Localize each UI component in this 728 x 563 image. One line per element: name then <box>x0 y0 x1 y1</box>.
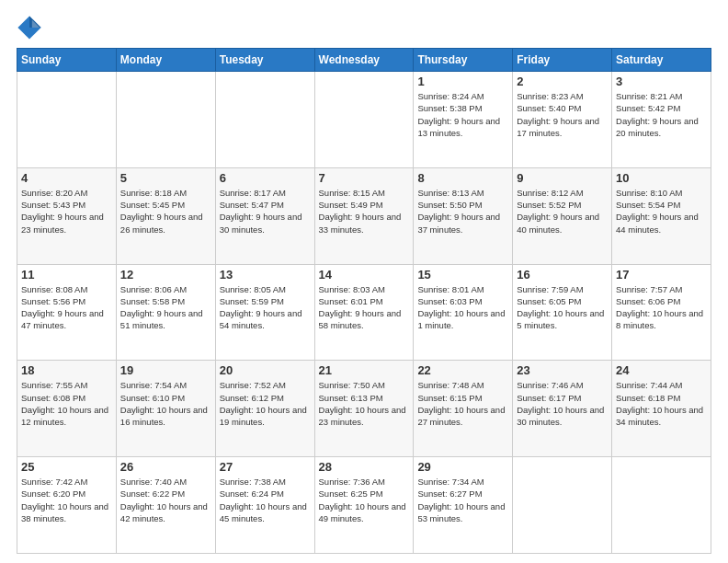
day-info: Sunrise: 8:23 AM Sunset: 5:40 PM Dayligh… <box>517 90 608 139</box>
day-number: 5 <box>120 171 211 185</box>
day-info: Sunrise: 7:48 AM Sunset: 6:15 PM Dayligh… <box>417 379 508 428</box>
calendar-header-tuesday: Tuesday <box>215 49 314 72</box>
calendar-header-thursday: Thursday <box>414 49 513 72</box>
day-number: 28 <box>319 460 410 474</box>
calendar-header-wednesday: Wednesday <box>314 49 414 72</box>
day-number: 22 <box>417 363 508 377</box>
header <box>17 15 711 40</box>
calendar-week-row: 1Sunrise: 8:24 AM Sunset: 5:38 PM Daylig… <box>17 72 711 168</box>
calendar-cell: 13Sunrise: 8:05 AM Sunset: 5:59 PM Dayli… <box>215 264 314 361</box>
day-number: 17 <box>616 268 707 282</box>
calendar-cell: 7Sunrise: 8:15 AM Sunset: 5:49 PM Daylig… <box>314 167 414 264</box>
calendar-cell: 28Sunrise: 7:36 AM Sunset: 6:25 PM Dayli… <box>314 457 414 554</box>
day-info: Sunrise: 7:59 AM Sunset: 6:05 PM Dayligh… <box>517 283 608 332</box>
calendar-cell <box>116 72 215 168</box>
calendar-header-saturday: Saturday <box>612 49 711 72</box>
calendar-cell: 20Sunrise: 7:52 AM Sunset: 6:12 PM Dayli… <box>215 361 314 457</box>
logo-icon <box>17 15 42 40</box>
calendar-cell: 1Sunrise: 8:24 AM Sunset: 5:38 PM Daylig… <box>414 72 513 168</box>
calendar-cell: 5Sunrise: 8:18 AM Sunset: 5:45 PM Daylig… <box>116 167 215 264</box>
day-info: Sunrise: 7:44 AM Sunset: 6:18 PM Dayligh… <box>616 379 707 428</box>
day-number: 27 <box>220 460 311 474</box>
calendar-table: SundayMondayTuesdayWednesdayThursdayFrid… <box>17 48 711 554</box>
day-info: Sunrise: 8:18 AM Sunset: 5:45 PM Dayligh… <box>120 187 211 236</box>
day-info: Sunrise: 7:55 AM Sunset: 6:08 PM Dayligh… <box>21 379 112 428</box>
day-number: 20 <box>220 363 311 377</box>
day-number: 10 <box>616 171 707 185</box>
day-info: Sunrise: 8:17 AM Sunset: 5:47 PM Dayligh… <box>220 187 311 236</box>
day-number: 25 <box>21 460 112 474</box>
day-number: 15 <box>417 268 508 282</box>
calendar-cell: 10Sunrise: 8:10 AM Sunset: 5:54 PM Dayli… <box>612 167 711 264</box>
day-number: 26 <box>120 460 211 474</box>
calendar-cell: 19Sunrise: 7:54 AM Sunset: 6:10 PM Dayli… <box>116 361 215 457</box>
day-number: 8 <box>417 171 508 185</box>
calendar-cell: 11Sunrise: 8:08 AM Sunset: 5:56 PM Dayli… <box>17 264 117 361</box>
calendar-cell: 14Sunrise: 8:03 AM Sunset: 6:01 PM Dayli… <box>314 264 414 361</box>
day-info: Sunrise: 8:08 AM Sunset: 5:56 PM Dayligh… <box>21 283 112 332</box>
day-info: Sunrise: 8:13 AM Sunset: 5:50 PM Dayligh… <box>417 187 508 236</box>
day-info: Sunrise: 7:57 AM Sunset: 6:06 PM Dayligh… <box>616 283 707 332</box>
calendar-cell: 18Sunrise: 7:55 AM Sunset: 6:08 PM Dayli… <box>17 361 117 457</box>
calendar-week-row: 11Sunrise: 8:08 AM Sunset: 5:56 PM Dayli… <box>17 264 711 361</box>
calendar-cell: 29Sunrise: 7:34 AM Sunset: 6:27 PM Dayli… <box>414 457 513 554</box>
day-number: 7 <box>319 171 410 185</box>
calendar-cell: 25Sunrise: 7:42 AM Sunset: 6:20 PM Dayli… <box>17 457 117 554</box>
day-number: 12 <box>120 268 211 282</box>
calendar-cell: 15Sunrise: 8:01 AM Sunset: 6:03 PM Dayli… <box>414 264 513 361</box>
calendar-cell: 21Sunrise: 7:50 AM Sunset: 6:13 PM Dayli… <box>314 361 414 457</box>
day-info: Sunrise: 8:15 AM Sunset: 5:49 PM Dayligh… <box>319 187 410 236</box>
day-number: 21 <box>319 363 410 377</box>
day-info: Sunrise: 7:42 AM Sunset: 6:20 PM Dayligh… <box>21 476 112 524</box>
day-info: Sunrise: 7:34 AM Sunset: 6:27 PM Dayligh… <box>417 476 508 524</box>
calendar-cell: 26Sunrise: 7:40 AM Sunset: 6:22 PM Dayli… <box>116 457 215 554</box>
calendar-week-row: 4Sunrise: 8:20 AM Sunset: 5:43 PM Daylig… <box>17 167 711 264</box>
day-number: 3 <box>616 75 707 88</box>
calendar-cell: 4Sunrise: 8:20 AM Sunset: 5:43 PM Daylig… <box>17 167 117 264</box>
day-info: Sunrise: 8:10 AM Sunset: 5:54 PM Dayligh… <box>616 187 707 236</box>
calendar-header-monday: Monday <box>116 49 215 72</box>
day-info: Sunrise: 7:50 AM Sunset: 6:13 PM Dayligh… <box>319 379 410 428</box>
day-number: 29 <box>417 460 508 474</box>
calendar-cell <box>513 457 612 554</box>
calendar-cell: 12Sunrise: 8:06 AM Sunset: 5:58 PM Dayli… <box>116 264 215 361</box>
page: SundayMondayTuesdayWednesdayThursdayFrid… <box>0 0 728 563</box>
calendar-cell: 22Sunrise: 7:48 AM Sunset: 6:15 PM Dayli… <box>414 361 513 457</box>
day-info: Sunrise: 7:40 AM Sunset: 6:22 PM Dayligh… <box>120 476 211 524</box>
calendar-cell <box>314 72 414 168</box>
calendar-cell: 24Sunrise: 7:44 AM Sunset: 6:18 PM Dayli… <box>612 361 711 457</box>
day-number: 2 <box>517 75 608 88</box>
day-info: Sunrise: 8:06 AM Sunset: 5:58 PM Dayligh… <box>120 283 211 332</box>
day-info: Sunrise: 8:05 AM Sunset: 5:59 PM Dayligh… <box>220 283 311 332</box>
calendar-cell: 3Sunrise: 8:21 AM Sunset: 5:42 PM Daylig… <box>612 72 711 168</box>
day-number: 13 <box>220 268 311 282</box>
calendar-cell <box>215 72 314 168</box>
calendar-cell: 16Sunrise: 7:59 AM Sunset: 6:05 PM Dayli… <box>513 264 612 361</box>
day-info: Sunrise: 8:21 AM Sunset: 5:42 PM Dayligh… <box>616 90 707 139</box>
logo <box>17 15 46 40</box>
day-info: Sunrise: 8:20 AM Sunset: 5:43 PM Dayligh… <box>21 187 112 236</box>
calendar-header-sunday: Sunday <box>17 49 117 72</box>
day-number: 4 <box>21 171 112 185</box>
day-number: 16 <box>517 268 608 282</box>
calendar-cell <box>612 457 711 554</box>
day-number: 9 <box>517 171 608 185</box>
day-number: 11 <box>21 268 112 282</box>
day-info: Sunrise: 8:12 AM Sunset: 5:52 PM Dayligh… <box>517 187 608 236</box>
day-info: Sunrise: 8:01 AM Sunset: 6:03 PM Dayligh… <box>417 283 508 332</box>
day-info: Sunrise: 7:54 AM Sunset: 6:10 PM Dayligh… <box>120 379 211 428</box>
calendar-cell: 23Sunrise: 7:46 AM Sunset: 6:17 PM Dayli… <box>513 361 612 457</box>
calendar-cell: 17Sunrise: 7:57 AM Sunset: 6:06 PM Dayli… <box>612 264 711 361</box>
day-number: 23 <box>517 363 608 377</box>
day-info: Sunrise: 8:24 AM Sunset: 5:38 PM Dayligh… <box>417 90 508 139</box>
day-info: Sunrise: 8:03 AM Sunset: 6:01 PM Dayligh… <box>319 283 410 332</box>
calendar-cell: 8Sunrise: 8:13 AM Sunset: 5:50 PM Daylig… <box>414 167 513 264</box>
calendar-cell <box>17 72 117 168</box>
calendar-header-friday: Friday <box>513 49 612 72</box>
calendar-week-row: 18Sunrise: 7:55 AM Sunset: 6:08 PM Dayli… <box>17 361 711 457</box>
day-number: 24 <box>616 363 707 377</box>
day-number: 1 <box>417 75 508 88</box>
calendar-cell: 27Sunrise: 7:38 AM Sunset: 6:24 PM Dayli… <box>215 457 314 554</box>
day-number: 14 <box>319 268 410 282</box>
calendar-cell: 9Sunrise: 8:12 AM Sunset: 5:52 PM Daylig… <box>513 167 612 264</box>
